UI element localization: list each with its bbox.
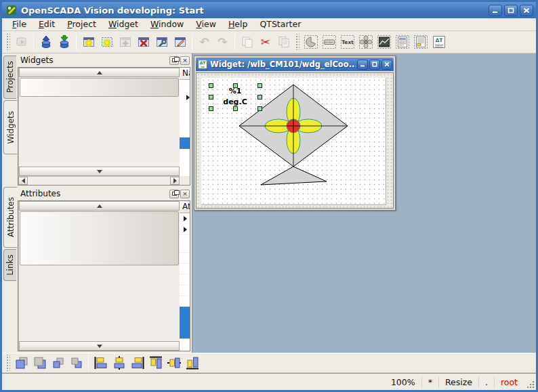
close-panel-icon[interactable]: × bbox=[180, 190, 190, 198]
attr-row-text[interactable]: Text %1 deg.C bbox=[180, 307, 190, 339]
align-bottom-icon[interactable] bbox=[183, 354, 201, 372]
toolbar-handle[interactable] bbox=[295, 34, 299, 50]
attr-row-border[interactable]: Border [0, #000000, Solid] bbox=[180, 224, 190, 235]
align-hcenter-icon[interactable] bbox=[110, 354, 128, 372]
el-protocol-icon[interactable] bbox=[393, 33, 411, 51]
expand-icon[interactable] bbox=[180, 227, 190, 232]
align-right-icon[interactable] bbox=[128, 354, 146, 372]
toolbar-handle[interactable] bbox=[5, 34, 10, 50]
selection-handle[interactable] bbox=[257, 83, 262, 88]
scrollbar-thumb[interactable] bbox=[20, 211, 179, 265]
column-header-attribute[interactable]: Attribute bbox=[180, 201, 190, 213]
attr-row-argument[interactable]: Argument... 0 bbox=[180, 339, 190, 350]
maximize-button[interactable] bbox=[504, 5, 518, 16]
widget-edit-icon[interactable] bbox=[171, 33, 189, 51]
menu-help[interactable]: Help bbox=[222, 18, 254, 30]
tree-row-rounded-rect[interactable]: Rounded rectangl...Widg bbox=[180, 149, 190, 160]
el-document-icon[interactable] bbox=[411, 33, 430, 51]
child-title-bar[interactable]: ΔT Val Widget: /wlb_CM101/wdg_elCoo... bbox=[196, 58, 394, 71]
attr-row-orientation[interactable]: Orientati... 0 bbox=[180, 263, 190, 274]
selection-handle[interactable] bbox=[257, 106, 262, 111]
tree-vertical-scrollbar[interactable] bbox=[18, 68, 180, 176]
column-header-name[interactable]: Name bbox=[180, 68, 190, 80]
tab-widgets[interactable]: Widgets bbox=[3, 100, 17, 154]
expand-icon[interactable] bbox=[180, 216, 190, 221]
widget-editor-window[interactable]: ΔT Val Widget: /wlb_CM101/wdg_elCoo... bbox=[194, 56, 396, 211]
selection-handle[interactable] bbox=[209, 83, 213, 88]
tree-row-cooler2[interactable]: Cooler 2Widg bbox=[180, 137, 190, 149]
copy-icon[interactable] bbox=[274, 33, 293, 51]
text-element[interactable]: %1 deg.C bbox=[211, 86, 260, 108]
scroll-down-icon[interactable] bbox=[19, 167, 180, 176]
undo-icon[interactable]: ↶ bbox=[195, 33, 213, 51]
lower-bottom-icon[interactable] bbox=[30, 354, 49, 372]
expand-icon[interactable] bbox=[184, 95, 190, 100]
el-function-icon[interactable]: ΔTValue bbox=[430, 33, 448, 51]
el-form-element-icon[interactable]: Enter bbox=[320, 33, 338, 51]
widget-new-icon[interactable] bbox=[79, 33, 98, 51]
menu-view[interactable]: View bbox=[190, 18, 222, 30]
align-left-icon[interactable] bbox=[91, 354, 110, 372]
load-page-icon[interactable] bbox=[12, 33, 30, 51]
redo-icon[interactable]: ↷ bbox=[213, 33, 232, 51]
close-button[interactable] bbox=[520, 5, 533, 16]
el-figures-icon[interactable] bbox=[302, 33, 320, 51]
scroll-left-icon[interactable] bbox=[18, 177, 28, 185]
scroll-up-icon[interactable] bbox=[19, 68, 180, 77]
attr-row-color[interactable]: Color #000000 bbox=[180, 253, 190, 263]
selection-handle[interactable] bbox=[209, 106, 213, 111]
tree-row-scale[interactable]: ScaleWidg bbox=[180, 91, 190, 103]
db-load-icon[interactable] bbox=[37, 33, 55, 51]
widget-add-icon[interactable] bbox=[116, 33, 134, 51]
menu-project[interactable]: Project bbox=[61, 18, 102, 30]
scrollbar-thumb[interactable] bbox=[20, 78, 179, 97]
tab-links[interactable]: Links bbox=[3, 249, 16, 281]
scroll-up-icon[interactable] bbox=[19, 201, 180, 211]
attr-row-font[interactable]: Font Aa Liberation_S... bbox=[180, 235, 190, 253]
close-panel-icon[interactable]: × bbox=[180, 56, 190, 65]
minimize-button[interactable] bbox=[489, 5, 502, 16]
align-top-icon[interactable] bbox=[146, 354, 165, 372]
scroll-down-icon[interactable] bbox=[19, 341, 180, 351]
rise-top-icon[interactable] bbox=[12, 354, 30, 372]
menu-window[interactable]: Window bbox=[144, 18, 190, 30]
toolbar-handle[interactable] bbox=[5, 355, 10, 371]
child-close-button[interactable] bbox=[381, 60, 392, 70]
tab-attributes[interactable]: Attributes bbox=[3, 187, 17, 248]
selection-handle[interactable] bbox=[233, 106, 238, 111]
tree-row-line[interactable]: LineWidg bbox=[180, 80, 190, 91]
cut-icon[interactable]: ✂ bbox=[256, 33, 274, 51]
widget-properties-icon[interactable] bbox=[152, 33, 171, 51]
tree-row-cooler[interactable]: CoolerWidg bbox=[180, 126, 190, 137]
float-panel-icon[interactable] bbox=[169, 56, 179, 65]
menu-file[interactable]: File bbox=[6, 18, 33, 30]
tree-row-separator[interactable]: SeparatorWidg bbox=[180, 172, 190, 176]
tree-row-zmejev[interactable]: Zmejev_horWidg bbox=[180, 103, 190, 114]
child-minimize-button[interactable] bbox=[357, 60, 368, 70]
child-maximize-button[interactable] bbox=[369, 60, 380, 70]
menu-qtstarter[interactable]: QTStarter bbox=[253, 18, 307, 30]
db-save-icon[interactable] bbox=[55, 33, 73, 51]
tree-horizontal-scrollbar[interactable] bbox=[18, 176, 180, 185]
el-text-icon[interactable]: Text bbox=[338, 33, 356, 51]
tab-projects[interactable]: Projects bbox=[3, 56, 16, 99]
el-diagram-icon[interactable] bbox=[375, 33, 393, 51]
widget-delete-icon[interactable] bbox=[134, 33, 152, 51]
align-vcenter-icon[interactable] bbox=[165, 354, 183, 372]
attr-row-alignment[interactable]: Alignment Center bbox=[180, 285, 190, 296]
menu-edit[interactable]: Edit bbox=[33, 18, 61, 30]
selection-handle[interactable] bbox=[257, 95, 262, 100]
attr-vertical-scrollbar[interactable] bbox=[18, 201, 180, 351]
widget-new-from-library-icon[interactable] bbox=[98, 33, 116, 51]
float-panel-icon[interactable] bbox=[169, 190, 179, 198]
lower-level-icon[interactable] bbox=[67, 354, 85, 372]
rise-level-icon[interactable] bbox=[49, 354, 67, 372]
tree-row-crane[interactable]: CraneWidg bbox=[180, 114, 190, 126]
attr-row-background[interactable]: Backgrou... [, ] bbox=[180, 213, 190, 224]
selection-handle[interactable] bbox=[233, 83, 238, 88]
widget-canvas[interactable]: %1 deg.C bbox=[201, 78, 386, 205]
el-media-icon[interactable] bbox=[356, 33, 375, 51]
tree-row-rounded-rect2[interactable]: Rounded rectangl...Widg bbox=[180, 160, 190, 172]
paste-icon[interactable] bbox=[238, 33, 256, 51]
menu-widget[interactable]: Widget bbox=[102, 18, 144, 30]
